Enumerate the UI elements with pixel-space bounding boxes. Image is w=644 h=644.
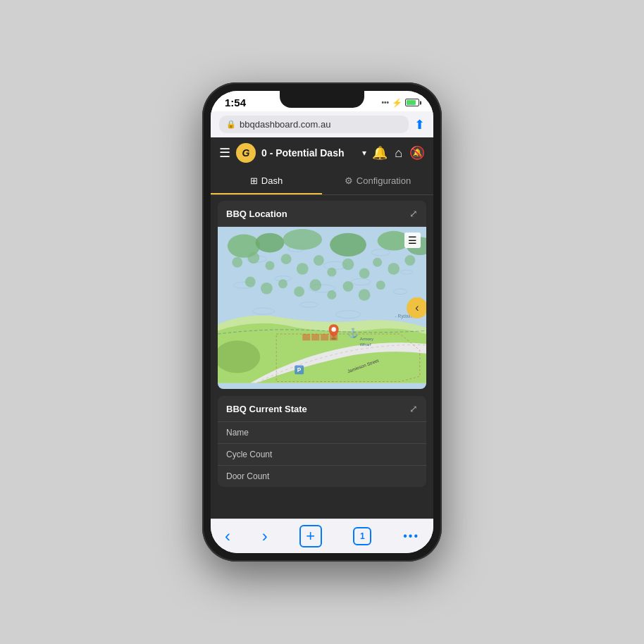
dash-tab-icon: ⊞ (250, 175, 258, 186)
svg-point-40 (376, 280, 385, 290)
row-door-label: Door Count (218, 466, 426, 487)
bbq-location-expand[interactable]: ⤢ (409, 208, 418, 219)
svg-point-17 (330, 233, 366, 256)
svg-rect-44 (321, 334, 328, 340)
bbq-location-card: BBQ Location ⤢ (218, 201, 426, 389)
main-content: BBQ Location ⤢ (211, 195, 433, 519)
status-icons: ••• ⚡ (381, 98, 419, 108)
config-tab-label: Configuration (357, 175, 411, 186)
svg-point-25 (314, 255, 324, 266)
map-container[interactable]: - Rydalmere (218, 227, 426, 389)
phone-screen: 1:54 ••• ⚡ 🔒 bbqdashboard.com.au ⬆ ☰ G (211, 91, 433, 553)
row-cycle-label: Cycle Count (218, 444, 426, 465)
svg-point-32 (245, 277, 256, 287)
svg-point-46 (331, 338, 336, 340)
svg-point-23 (281, 254, 292, 264)
dropdown-arrow[interactable]: ▾ (362, 148, 366, 158)
url-bar[interactable]: 🔒 bbqdashboard.com.au (219, 116, 409, 133)
svg-point-22 (266, 261, 275, 270)
svg-point-27 (342, 259, 354, 271)
map-svg: - Rydalmere (218, 227, 426, 389)
bbq-state-card: BBQ Current State ⤢ Name Cycle Count Doo… (218, 396, 426, 487)
app-header: ☰ G 0 - Potential Dash ▾ 🔔 ⌂ 🔕 (211, 137, 433, 168)
svg-rect-43 (311, 334, 319, 340)
table-row: Door Count (218, 466, 426, 487)
battery-fill (407, 100, 416, 105)
tab-dash[interactable]: ⊞ Dash (211, 168, 322, 194)
svg-text:Armory: Armory (360, 337, 373, 341)
charging-icon: ⚡ (392, 98, 402, 108)
svg-point-20 (232, 257, 242, 268)
svg-text:Wharf: Wharf (360, 342, 371, 347)
config-tab-icon: ⚙ (345, 175, 353, 186)
svg-point-16 (283, 229, 323, 250)
notch (280, 91, 364, 108)
svg-point-31 (404, 255, 415, 266)
bbq-location-title: BBQ Location (226, 209, 287, 219)
dash-tab-label: Dash (261, 175, 283, 186)
svg-point-38 (343, 281, 354, 292)
browser-nav: ‹ › + 1 ••• (211, 519, 433, 553)
table-row: Name (218, 422, 426, 444)
lock-icon: 🔒 (226, 120, 236, 129)
svg-point-37 (327, 290, 336, 299)
svg-point-30 (388, 263, 400, 275)
battery-icon (405, 99, 419, 106)
svg-point-21 (248, 252, 260, 264)
svg-point-34 (278, 279, 287, 288)
header-icons: 🔔 ⌂ 🔕 (372, 145, 425, 161)
svg-point-47 (331, 327, 335, 331)
svg-point-39 (359, 289, 371, 301)
status-time: 1:54 (225, 97, 246, 109)
tabs: ⊞ Dash ⚙ Configuration (211, 168, 433, 195)
svg-text:P: P (297, 366, 302, 373)
app-logo: G (236, 143, 256, 163)
svg-point-24 (297, 263, 309, 275)
signal-dots: ••• (381, 99, 389, 106)
url-text: bbqdashboard.com.au (240, 119, 330, 130)
svg-point-28 (359, 268, 370, 279)
state-table: Name Cycle Count Door Count (218, 422, 426, 487)
hamburger-icon[interactable]: ☰ (219, 145, 230, 161)
table-row: Cycle Count (218, 444, 426, 466)
svg-point-35 (294, 286, 304, 297)
bbq-state-expand[interactable]: ⤢ (409, 403, 418, 414)
bell-off-icon[interactable]: 🔕 (409, 145, 425, 161)
home-icon[interactable]: ⌂ (395, 146, 402, 161)
svg-text:⚓: ⚓ (347, 328, 359, 339)
svg-point-36 (309, 279, 321, 291)
row-name-label: Name (218, 422, 426, 443)
site-title: 0 - Potential Dash (261, 147, 357, 159)
bell-icon[interactable]: 🔔 (372, 145, 388, 161)
bbq-location-header: BBQ Location ⤢ (218, 201, 426, 227)
tab-count: 1 (360, 531, 365, 541)
share-icon[interactable]: ⬆ (414, 117, 425, 132)
svg-point-29 (373, 258, 382, 267)
phone-frame: 1:54 ••• ⚡ 🔒 bbqdashboard.com.au ⬆ ☰ G (202, 82, 442, 562)
bbq-state-title: BBQ Current State (226, 404, 307, 414)
svg-point-15 (256, 233, 285, 253)
map-panel-toggle[interactable]: ‹ (407, 297, 426, 318)
more-button[interactable]: ••• (403, 530, 419, 543)
back-button[interactable]: ‹ (225, 526, 230, 546)
bbq-state-header: BBQ Current State ⤢ (218, 396, 426, 422)
forward-button[interactable]: › (262, 526, 268, 546)
logo-text: G (242, 147, 250, 159)
svg-rect-42 (302, 334, 310, 340)
svg-point-26 (327, 268, 336, 277)
add-tab-button[interactable]: + (299, 525, 322, 547)
svg-point-33 (261, 283, 273, 295)
tab-count-button[interactable]: 1 (353, 527, 371, 545)
map-menu-icon[interactable]: ☰ (404, 233, 421, 248)
browser-bar: 🔒 bbqdashboard.com.au ⬆ (211, 111, 433, 137)
add-icon: + (306, 527, 315, 545)
tab-configuration[interactable]: ⚙ Configuration (322, 168, 433, 194)
